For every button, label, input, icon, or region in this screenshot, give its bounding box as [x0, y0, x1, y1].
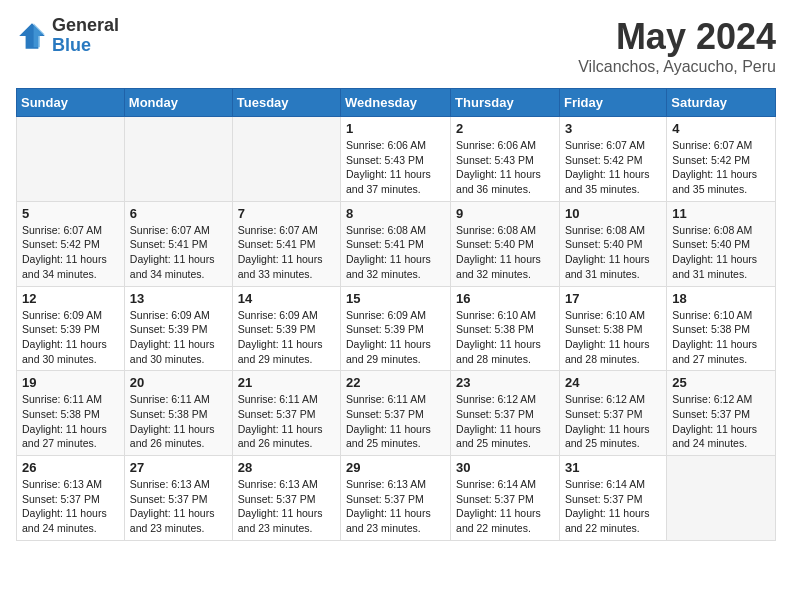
- day-info: Sunrise: 6:13 AMSunset: 5:37 PMDaylight:…: [22, 477, 119, 536]
- day-info-line: Daylight: 11 hours and 35 minutes.: [672, 167, 770, 196]
- calendar-cell: 12Sunrise: 6:09 AMSunset: 5:39 PMDayligh…: [17, 286, 125, 371]
- day-info: Sunrise: 6:09 AMSunset: 5:39 PMDaylight:…: [22, 308, 119, 367]
- calendar-cell: 18Sunrise: 6:10 AMSunset: 5:38 PMDayligh…: [667, 286, 776, 371]
- day-info-line: Daylight: 11 hours and 23 minutes.: [130, 506, 227, 535]
- day-info: Sunrise: 6:07 AMSunset: 5:42 PMDaylight:…: [565, 138, 661, 197]
- day-header-saturday: Saturday: [667, 89, 776, 117]
- day-header-sunday: Sunday: [17, 89, 125, 117]
- day-info-line: Daylight: 11 hours and 31 minutes.: [565, 252, 661, 281]
- day-info-line: Sunrise: 6:13 AM: [130, 477, 227, 492]
- day-info-line: Sunset: 5:39 PM: [238, 322, 335, 337]
- day-info-line: Sunset: 5:38 PM: [565, 322, 661, 337]
- day-info-line: Daylight: 11 hours and 24 minutes.: [672, 422, 770, 451]
- day-number: 8: [346, 206, 445, 221]
- day-number: 25: [672, 375, 770, 390]
- calendar-cell: 9Sunrise: 6:08 AMSunset: 5:40 PMDaylight…: [451, 201, 560, 286]
- day-info: Sunrise: 6:10 AMSunset: 5:38 PMDaylight:…: [456, 308, 554, 367]
- day-info-line: Sunrise: 6:07 AM: [22, 223, 119, 238]
- day-number: 29: [346, 460, 445, 475]
- day-info-line: Sunrise: 6:09 AM: [22, 308, 119, 323]
- day-info: Sunrise: 6:10 AMSunset: 5:38 PMDaylight:…: [672, 308, 770, 367]
- day-number: 1: [346, 121, 445, 136]
- calendar-cell: 10Sunrise: 6:08 AMSunset: 5:40 PMDayligh…: [559, 201, 666, 286]
- calendar-cell: 4Sunrise: 6:07 AMSunset: 5:42 PMDaylight…: [667, 117, 776, 202]
- day-info-line: Sunrise: 6:09 AM: [130, 308, 227, 323]
- calendar-cell: [232, 117, 340, 202]
- day-info-line: Sunrise: 6:13 AM: [22, 477, 119, 492]
- week-row-4: 26Sunrise: 6:13 AMSunset: 5:37 PMDayligh…: [17, 456, 776, 541]
- calendar-cell: 14Sunrise: 6:09 AMSunset: 5:39 PMDayligh…: [232, 286, 340, 371]
- calendar-cell: 25Sunrise: 6:12 AMSunset: 5:37 PMDayligh…: [667, 371, 776, 456]
- day-number: 12: [22, 291, 119, 306]
- day-number: 18: [672, 291, 770, 306]
- calendar-cell: 27Sunrise: 6:13 AMSunset: 5:37 PMDayligh…: [124, 456, 232, 541]
- day-info-line: Daylight: 11 hours and 29 minutes.: [346, 337, 445, 366]
- calendar-cell: 22Sunrise: 6:11 AMSunset: 5:37 PMDayligh…: [341, 371, 451, 456]
- day-info: Sunrise: 6:09 AMSunset: 5:39 PMDaylight:…: [130, 308, 227, 367]
- day-info: Sunrise: 6:10 AMSunset: 5:38 PMDaylight:…: [565, 308, 661, 367]
- day-info: Sunrise: 6:06 AMSunset: 5:43 PMDaylight:…: [346, 138, 445, 197]
- day-info-line: Sunrise: 6:14 AM: [456, 477, 554, 492]
- day-info-line: Sunset: 5:37 PM: [238, 407, 335, 422]
- day-info: Sunrise: 6:12 AMSunset: 5:37 PMDaylight:…: [672, 392, 770, 451]
- day-info-line: Sunrise: 6:14 AM: [565, 477, 661, 492]
- calendar-cell: 23Sunrise: 6:12 AMSunset: 5:37 PMDayligh…: [451, 371, 560, 456]
- calendar-cell: 28Sunrise: 6:13 AMSunset: 5:37 PMDayligh…: [232, 456, 340, 541]
- day-info-line: Sunset: 5:37 PM: [238, 492, 335, 507]
- day-number: 11: [672, 206, 770, 221]
- day-info-line: Sunset: 5:38 PM: [22, 407, 119, 422]
- day-info-line: Sunrise: 6:11 AM: [238, 392, 335, 407]
- day-number: 16: [456, 291, 554, 306]
- day-info-line: Sunset: 5:41 PM: [238, 237, 335, 252]
- day-number: 10: [565, 206, 661, 221]
- day-number: 4: [672, 121, 770, 136]
- day-info-line: Sunrise: 6:08 AM: [565, 223, 661, 238]
- day-info: Sunrise: 6:12 AMSunset: 5:37 PMDaylight:…: [456, 392, 554, 451]
- logo-text: General Blue: [52, 16, 119, 56]
- day-info-line: Sunset: 5:38 PM: [130, 407, 227, 422]
- location: Vilcanchos, Ayacucho, Peru: [578, 58, 776, 76]
- day-info-line: Sunset: 5:39 PM: [130, 322, 227, 337]
- day-info-line: Daylight: 11 hours and 27 minutes.: [672, 337, 770, 366]
- day-info: Sunrise: 6:09 AMSunset: 5:39 PMDaylight:…: [238, 308, 335, 367]
- header-row: SundayMondayTuesdayWednesdayThursdayFrid…: [17, 89, 776, 117]
- day-info: Sunrise: 6:11 AMSunset: 5:38 PMDaylight:…: [130, 392, 227, 451]
- day-info-line: Sunset: 5:41 PM: [130, 237, 227, 252]
- day-info-line: Daylight: 11 hours and 37 minutes.: [346, 167, 445, 196]
- day-number: 24: [565, 375, 661, 390]
- day-info-line: Sunrise: 6:07 AM: [238, 223, 335, 238]
- day-info-line: Sunset: 5:42 PM: [22, 237, 119, 252]
- day-info-line: Daylight: 11 hours and 24 minutes.: [22, 506, 119, 535]
- day-number: 30: [456, 460, 554, 475]
- day-info-line: Daylight: 11 hours and 36 minutes.: [456, 167, 554, 196]
- logo-general-text: General: [52, 16, 119, 36]
- calendar-cell: 24Sunrise: 6:12 AMSunset: 5:37 PMDayligh…: [559, 371, 666, 456]
- day-info-line: Daylight: 11 hours and 25 minutes.: [346, 422, 445, 451]
- day-info-line: Daylight: 11 hours and 23 minutes.: [238, 506, 335, 535]
- day-info-line: Daylight: 11 hours and 25 minutes.: [565, 422, 661, 451]
- day-number: 28: [238, 460, 335, 475]
- day-info-line: Sunset: 5:37 PM: [22, 492, 119, 507]
- day-info-line: Sunrise: 6:09 AM: [346, 308, 445, 323]
- day-info-line: Sunrise: 6:11 AM: [346, 392, 445, 407]
- week-row-3: 19Sunrise: 6:11 AMSunset: 5:38 PMDayligh…: [17, 371, 776, 456]
- day-info: Sunrise: 6:11 AMSunset: 5:37 PMDaylight:…: [238, 392, 335, 451]
- day-info-line: Sunset: 5:38 PM: [456, 322, 554, 337]
- day-header-friday: Friday: [559, 89, 666, 117]
- calendar-cell: 15Sunrise: 6:09 AMSunset: 5:39 PMDayligh…: [341, 286, 451, 371]
- day-info-line: Daylight: 11 hours and 32 minutes.: [456, 252, 554, 281]
- calendar-cell: [17, 117, 125, 202]
- day-number: 6: [130, 206, 227, 221]
- day-info: Sunrise: 6:13 AMSunset: 5:37 PMDaylight:…: [130, 477, 227, 536]
- day-number: 27: [130, 460, 227, 475]
- day-number: 13: [130, 291, 227, 306]
- day-number: 23: [456, 375, 554, 390]
- day-info: Sunrise: 6:06 AMSunset: 5:43 PMDaylight:…: [456, 138, 554, 197]
- day-number: 17: [565, 291, 661, 306]
- day-info: Sunrise: 6:13 AMSunset: 5:37 PMDaylight:…: [346, 477, 445, 536]
- day-info-line: Daylight: 11 hours and 25 minutes.: [456, 422, 554, 451]
- day-info-line: Daylight: 11 hours and 29 minutes.: [238, 337, 335, 366]
- calendar-cell: 13Sunrise: 6:09 AMSunset: 5:39 PMDayligh…: [124, 286, 232, 371]
- day-info-line: Sunset: 5:40 PM: [456, 237, 554, 252]
- day-info-line: Sunset: 5:39 PM: [22, 322, 119, 337]
